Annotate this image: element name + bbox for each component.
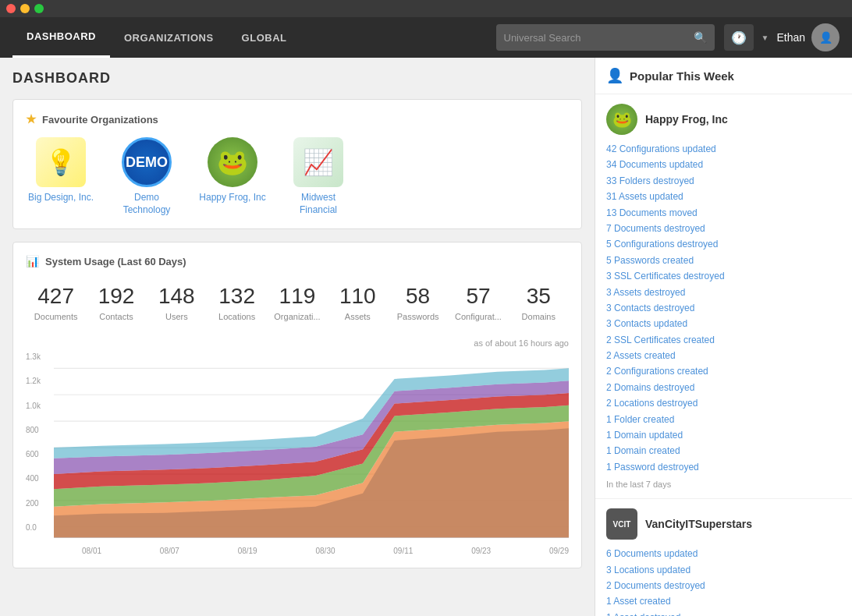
popular-title: 👤 Popular This Week [595, 58, 852, 94]
favourites-label: Favourite Organizations [42, 114, 158, 126]
chart-y-labels: 1.3k 1.2k 1.0k 800 600 400 200 0.0 [26, 352, 51, 532]
stat-configs: 57 Configurat... [448, 278, 508, 327]
popular-org-header-happy-frog: 🐸 Happy Frog, Inc [606, 104, 841, 135]
clock-button[interactable]: 🕐 [724, 24, 754, 51]
stat-label-assets: Assets [331, 312, 385, 321]
minimize-button[interactable] [20, 4, 30, 13]
nav-right: 🕐 ▼ Ethan 👤 [724, 23, 840, 51]
stat-line[interactable]: 33 Folders destroyed [606, 173, 841, 189]
stat-label-users: Users [150, 312, 204, 321]
org-icon-big-design: 💡 [36, 137, 86, 187]
stat-line[interactable]: 2 Locations destroyed [606, 395, 841, 411]
content-area: DASHBOARD ★ Favourite Organizations 💡 Bi… [0, 58, 595, 616]
favourites-card: ★ Favourite Organizations 💡 Big Design, … [12, 99, 582, 229]
x-label-0801: 08/01 [82, 547, 101, 555]
stat-num-orgs: 119 [270, 285, 324, 309]
x-label-0819: 08/19 [238, 547, 257, 555]
user-menu[interactable]: Ethan 👤 [776, 23, 840, 51]
stat-line[interactable]: 3 SSL Certificates destroyed [606, 268, 841, 284]
dropdown-arrow-icon[interactable]: ▼ [761, 34, 769, 42]
stat-line[interactable]: 3 Assets destroyed [606, 285, 841, 300]
y-label-1000: 1.0k [26, 402, 51, 410]
avatar: 👤 [811, 23, 840, 51]
stat-line[interactable]: 3 Contacts updated [606, 316, 841, 331]
user-name: Ethan [776, 31, 805, 44]
stat-num-locations: 132 [210, 285, 264, 309]
nav-dashboard[interactable]: DASHBOARD [12, 17, 110, 58]
stat-label-documents: Documents [29, 312, 83, 321]
stat-line[interactable]: 1 Asset destroyed [606, 610, 841, 616]
search-bar[interactable]: 🔍 [496, 24, 715, 51]
y-label-400: 400 [26, 474, 51, 483]
stat-line[interactable]: 2 Configurations created [606, 363, 841, 379]
popular-org-logo-vancity: VCIT [606, 508, 637, 540]
popular-icon: 👤 [606, 67, 623, 84]
y-label-1300: 1.3k [26, 352, 51, 361]
popular-stats-happy-frog: 42 Configurations updated 34 Documents u… [606, 141, 841, 489]
stat-users: 148 Users [147, 278, 207, 327]
org-big-design[interactable]: 💡 Big Design, Inc. [26, 137, 96, 216]
stat-line[interactable]: 42 Configurations updated [606, 141, 841, 157]
stat-line[interactable]: 3 Locations updated [606, 562, 841, 578]
system-usage-header: 📊 System Usage (Last 60 Days) [26, 255, 569, 267]
search-icon: 🔍 [694, 31, 707, 44]
org-icon-demo-tech: DEMO [122, 137, 172, 187]
popular-org-header-vancity: VCIT VanCityITSuperstars [606, 508, 841, 540]
chart-x-labels: 08/01 08/07 08/19 08/30 09/11 09/23 09/2… [82, 547, 569, 555]
popular-org-name-vancity: VanCityITSuperstars [645, 518, 752, 530]
nav-global[interactable]: GLOBAL [228, 17, 301, 58]
chart-container: 1.3k 1.2k 1.0k 800 600 400 200 0.0 [26, 352, 569, 555]
org-demo-tech[interactable]: DEMO Demo Technology [112, 137, 182, 216]
main-layout: DASHBOARD ★ Favourite Organizations 💡 Bi… [0, 58, 852, 616]
stat-num-passwords: 58 [391, 285, 445, 309]
popular-stats-vancity: 6 Documents updated 3 Locations updated … [606, 546, 841, 616]
stat-line[interactable]: 7 Documents destroyed [606, 221, 841, 236]
x-label-0911: 09/11 [393, 547, 413, 555]
stats-grid: 427 Documents 192 Contacts 148 Users 132… [26, 278, 569, 327]
maximize-button[interactable] [34, 4, 44, 13]
y-label-600: 600 [26, 450, 51, 458]
stat-line[interactable]: 5 Passwords created [606, 253, 841, 268]
x-label-0830: 08/30 [315, 547, 335, 555]
org-midwest[interactable]: 📈 Midwest Financial [283, 137, 353, 216]
stat-line[interactable]: 31 Assets updated [606, 189, 841, 204]
stat-contacts: 192 Contacts [86, 278, 146, 327]
stat-line[interactable]: 3 Contacts destroyed [606, 300, 841, 316]
stat-line[interactable]: 13 Documents moved [606, 205, 841, 221]
stat-line[interactable]: 1 Password destroyed [606, 459, 841, 475]
stat-num-assets: 110 [331, 285, 385, 309]
org-icon-happy-frog: 🐸 [208, 137, 257, 187]
stat-line[interactable]: 1 Asset created [606, 593, 841, 609]
stat-line[interactable]: 1 Domain updated [606, 427, 841, 443]
navbar: DASHBOARD ORGANIZATIONS GLOBAL 🔍 🕐 ▼ Eth… [0, 17, 852, 58]
y-label-1200: 1.2k [26, 377, 51, 385]
search-input[interactable] [504, 32, 689, 44]
org-name-big-design: Big Design, Inc. [28, 192, 94, 204]
stat-line[interactable]: 6 Documents updated [606, 546, 841, 561]
close-button[interactable] [6, 4, 16, 13]
stat-line[interactable]: 2 Assets created [606, 348, 841, 363]
nav-organizations[interactable]: ORGANIZATIONS [110, 17, 228, 58]
chart-svg [54, 352, 569, 555]
stat-line[interactable]: 1 Folder created [606, 412, 841, 427]
stat-line[interactable]: 34 Documents updated [606, 157, 841, 172]
stat-num-contacts: 192 [89, 285, 143, 309]
popular-org-logo-happy-frog: 🐸 [606, 104, 637, 135]
y-label-0: 0.0 [26, 523, 51, 532]
y-label-200: 200 [26, 499, 51, 508]
stat-line[interactable]: 2 Domains destroyed [606, 380, 841, 395]
stat-line[interactable]: 5 Configurations destroyed [606, 236, 841, 252]
stat-label-contacts: Contacts [89, 312, 143, 321]
stat-line[interactable]: 1 Domain created [606, 443, 841, 458]
stat-num-domains: 35 [512, 285, 566, 309]
stat-line[interactable]: 2 SSL Certificates created [606, 332, 841, 348]
y-label-800: 800 [26, 426, 51, 434]
star-icon: ★ [26, 112, 36, 126]
system-usage-label: System Usage (Last 60 Days) [45, 256, 186, 267]
stat-line[interactable]: 2 Documents destroyed [606, 578, 841, 593]
popular-org-name-happy-frog: Happy Frog, Inc [645, 113, 728, 126]
org-happy-frog[interactable]: 🐸 Happy Frog, Inc [197, 137, 268, 216]
sidebar: 👤 Popular This Week 🐸 Happy Frog, Inc 42… [595, 58, 852, 616]
stat-label-configs: Configurat... [451, 312, 505, 321]
x-label-0929: 09/29 [549, 547, 569, 555]
